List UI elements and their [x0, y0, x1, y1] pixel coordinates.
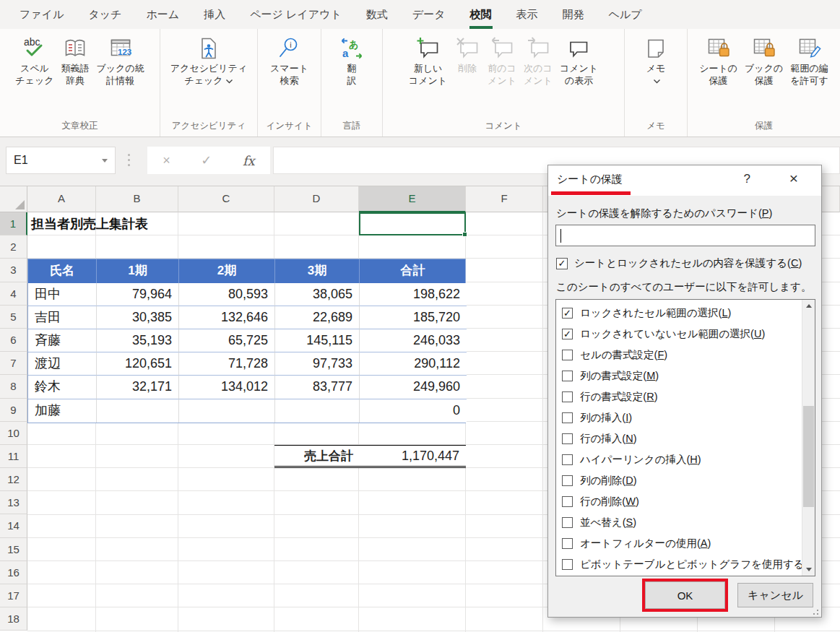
- table-cell[interactable]: 吉田: [28, 306, 97, 329]
- protect-contents-checkbox[interactable]: ✓: [556, 258, 568, 269]
- table-cell[interactable]: 80,593: [179, 283, 275, 306]
- table-cell[interactable]: [97, 399, 179, 423]
- permission-checkbox[interactable]: ✓: [562, 559, 573, 570]
- ribbon-button-accessibility-check[interactable]: アクセシビリティチェック: [167, 33, 251, 88]
- scroll-up-icon[interactable]: [802, 300, 815, 312]
- row-header-12[interactable]: 12: [0, 468, 27, 491]
- permission-checkbox[interactable]: ✓: [562, 454, 573, 465]
- permission-option[interactable]: ✓ロックされたセル範囲の選択(L): [556, 303, 815, 324]
- permission-checkbox[interactable]: ✓: [562, 308, 573, 319]
- table-cell[interactable]: 渡辺: [28, 352, 97, 376]
- permission-option[interactable]: ✓行の削除(W): [556, 491, 815, 512]
- ribbon-button-workbook-stats[interactable]: 123ブックの統計情報: [93, 33, 148, 88]
- column-header-D[interactable]: D: [274, 186, 359, 212]
- select-all-corner[interactable]: [0, 186, 27, 212]
- ribbon-button-new-comment[interactable]: 新しいコメント: [405, 33, 451, 88]
- menu-tab-developer[interactable]: 開発: [550, 0, 597, 29]
- table-cell[interactable]: 290,112: [360, 352, 467, 376]
- row-header-7[interactable]: 7: [0, 352, 27, 375]
- menu-tab-data[interactable]: データ: [400, 0, 458, 29]
- dialog-close-button[interactable]: ×: [789, 170, 798, 187]
- table-cell[interactable]: [275, 399, 360, 423]
- table-cell[interactable]: 65,725: [179, 329, 275, 352]
- table-cell[interactable]: 185,720: [360, 306, 467, 329]
- ok-button[interactable]: OK: [645, 581, 725, 609]
- permission-option[interactable]: ✓オートフィルターの使用(A): [556, 533, 815, 554]
- row-header-2[interactable]: 2: [0, 235, 27, 259]
- menu-tab-view[interactable]: 表示: [504, 0, 550, 29]
- permission-option[interactable]: ✓行の書式設定(R): [556, 386, 815, 407]
- permission-checkbox[interactable]: ✓: [562, 517, 573, 528]
- row-header-16[interactable]: 16: [0, 561, 27, 584]
- table-cell[interactable]: 鈴木: [28, 376, 97, 399]
- permission-option[interactable]: ✓ロックされていないセル範囲の選択(U): [556, 324, 815, 345]
- table-cell[interactable]: 83,777: [275, 376, 360, 399]
- table-header-cell[interactable]: 氏名: [28, 259, 97, 282]
- ribbon-button-show-comments[interactable]: コメントの表示: [556, 33, 602, 88]
- table-cell[interactable]: 97,733: [275, 352, 360, 376]
- menu-tab-help[interactable]: ヘルプ: [597, 0, 654, 29]
- fill-handle[interactable]: [462, 232, 467, 237]
- scrollbar-thumb[interactable]: [803, 406, 814, 507]
- column-header-B[interactable]: B: [96, 186, 178, 212]
- permission-option[interactable]: ✓列の削除(D): [556, 470, 815, 491]
- ribbon-button-protect-workbook[interactable]: ブックの保護: [741, 33, 787, 88]
- table-cell[interactable]: 249,960: [360, 376, 467, 399]
- table-header-cell[interactable]: 合計: [360, 259, 467, 282]
- permission-option[interactable]: ✓ハイパーリンクの挿入(H): [556, 449, 815, 470]
- name-box[interactable]: E1: [6, 147, 116, 174]
- table-header-cell[interactable]: 1期: [97, 259, 179, 282]
- table-cell[interactable]: 145,115: [275, 329, 360, 352]
- column-header-E[interactable]: E: [359, 186, 466, 212]
- permission-checkbox[interactable]: ✓: [562, 371, 573, 381]
- table-cell[interactable]: [179, 399, 275, 423]
- listbox-scrollbar[interactable]: [802, 300, 815, 576]
- cell-e11-total-value[interactable]: 1,170,447: [359, 445, 466, 468]
- permission-checkbox[interactable]: ✓: [562, 475, 573, 486]
- permission-option[interactable]: ✓セルの書式設定(F): [556, 345, 815, 365]
- permission-option[interactable]: ✓列の挿入(I): [556, 407, 815, 428]
- permission-checkbox[interactable]: ✓: [562, 496, 573, 507]
- row-header-8[interactable]: 8: [0, 375, 27, 398]
- table-cell[interactable]: 79,964: [97, 283, 179, 306]
- ribbon-button-notes[interactable]: メモ: [639, 33, 672, 88]
- row-header-5[interactable]: 5: [0, 306, 27, 329]
- table-cell[interactable]: 246,033: [360, 329, 467, 352]
- ribbon-button-allow-edit-ranges[interactable]: 範囲の編を許可す: [787, 33, 832, 88]
- permission-checkbox[interactable]: ✓: [562, 350, 573, 360]
- ribbon-button-thesaurus[interactable]: 類義語辞典: [58, 33, 93, 88]
- column-header-F[interactable]: F: [466, 186, 543, 212]
- table-cell[interactable]: 198,622: [360, 283, 467, 306]
- table-header-cell[interactable]: 3期: [275, 259, 360, 282]
- ribbon-button-translate[interactable]: あa翻訳: [335, 33, 368, 88]
- menu-tab-file[interactable]: ファイル: [7, 0, 76, 29]
- row-header-1[interactable]: 1: [0, 212, 27, 235]
- name-box-dropdown-icon[interactable]: [102, 159, 108, 163]
- password-input[interactable]: [555, 225, 815, 246]
- permission-checkbox[interactable]: ✓: [562, 433, 573, 444]
- table-cell[interactable]: 斉藤: [28, 329, 97, 352]
- permission-checkbox[interactable]: ✓: [562, 412, 573, 423]
- menu-tab-insert[interactable]: 挿入: [191, 0, 238, 29]
- ribbon-button-protect-sheet[interactable]: シートの保護: [696, 33, 741, 88]
- table-cell[interactable]: 71,728: [179, 352, 275, 376]
- permissions-listbox[interactable]: ✓ロックされたセル範囲の選択(L)✓ロックされていないセル範囲の選択(U)✓セル…: [555, 299, 815, 576]
- cell-a1-title[interactable]: 担当者別売上集計表: [31, 212, 148, 235]
- row-header-11[interactable]: 11: [0, 445, 27, 468]
- row-header-15[interactable]: 15: [0, 538, 27, 561]
- table-cell[interactable]: 22,689: [275, 306, 360, 329]
- table-cell[interactable]: 132,646: [179, 306, 275, 329]
- table-cell[interactable]: 田中: [28, 283, 97, 306]
- dialog-help-button[interactable]: ?: [744, 172, 750, 186]
- menu-tab-page-layout[interactable]: ページ レイアウト: [238, 0, 354, 29]
- cell-d11-total-label[interactable]: 売上合計: [274, 445, 359, 468]
- table-cell[interactable]: 38,065: [275, 283, 360, 306]
- table-cell[interactable]: 120,651: [97, 352, 179, 376]
- menu-tab-review[interactable]: 校閲: [458, 0, 504, 29]
- cancel-button[interactable]: キャンセル: [737, 583, 813, 607]
- permission-option[interactable]: ✓行の挿入(N): [556, 428, 815, 449]
- menu-tab-formulas[interactable]: 数式: [354, 0, 400, 29]
- table-cell[interactable]: 30,385: [97, 306, 179, 329]
- ribbon-button-smart-lookup[interactable]: iスマート検索: [267, 33, 312, 88]
- permission-checkbox[interactable]: ✓: [562, 329, 573, 339]
